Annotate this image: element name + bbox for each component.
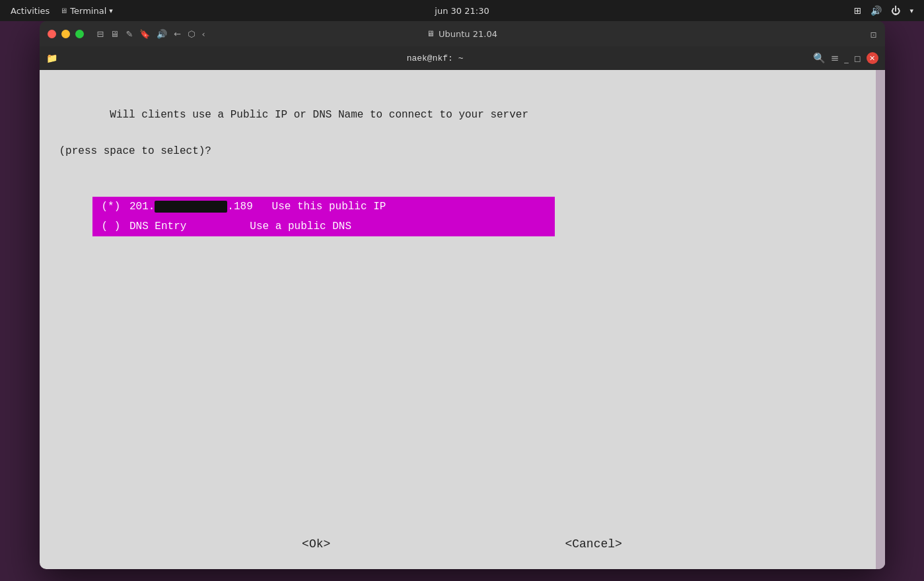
volume-icon: 🔊 (871, 5, 882, 16)
terminal-icon: 🖥 (110, 29, 119, 39)
option1-spaces (253, 201, 272, 213)
tab-folder-icon: 📁 (46, 53, 57, 63)
terminal-buttons-row: <Ok> <Cancel> (40, 537, 885, 551)
question-text: Will clients use a Public IP or DNS Name… (59, 88, 859, 178)
search-icon[interactable]: 🔍 (813, 52, 826, 64)
split-h-icon[interactable]: ⊟ (97, 29, 104, 39)
maximize-window-button[interactable] (75, 30, 84, 38)
minimize-icon[interactable]: _ (844, 53, 849, 63)
option-dns[interactable]: ( ) DNS Entry Use a public DNS (92, 217, 555, 236)
nav-back-icon[interactable]: ‹ (202, 29, 205, 39)
cancel-button[interactable]: <Cancel> (565, 537, 622, 551)
option2-radio: ( ) (102, 221, 121, 232)
restore-icon[interactable]: ◻ (854, 53, 861, 63)
expand-icon: ⊡ (870, 30, 876, 40)
option1-radio: (*) (102, 201, 121, 213)
terminal-tab-title: naek@nkf: ~ (64, 53, 806, 63)
option2-name: DNS Entry (129, 221, 186, 232)
forward-icon[interactable]: ⬡ (188, 29, 195, 39)
titlebar-os-icon: 🖥 (427, 29, 435, 38)
option2-padding (186, 221, 250, 232)
redacted-ip (155, 201, 227, 213)
power-icon: ⏻ (891, 5, 900, 16)
option2-space (123, 221, 129, 232)
close-window-button[interactable] (48, 30, 56, 38)
option2-label: Use a public DNS (250, 221, 351, 232)
option1-ip-prefix: 201. (129, 201, 155, 213)
bookmark-icon[interactable]: 🔖 (139, 29, 150, 39)
option1-ip-suffix: .189 (227, 201, 252, 213)
ok-button[interactable]: <Ok> (302, 537, 330, 551)
network-icon: ⊞ (854, 5, 862, 16)
titlebar-title-text: Ubuntu 21.04 (439, 29, 497, 39)
volume-tb-icon[interactable]: 🔊 (157, 29, 167, 39)
close-tab-button[interactable]: ✕ (867, 52, 878, 64)
option1-label: Use this public IP (272, 201, 386, 213)
minimize-window-button[interactable] (61, 30, 70, 38)
option1-space (123, 201, 129, 213)
scrollbar[interactable] (876, 70, 885, 569)
system-datetime: jun 30 21:30 (435, 6, 489, 16)
chevron-down-icon: ▾ (909, 7, 913, 15)
edit-icon[interactable]: ✎ (125, 29, 133, 39)
option-public-ip[interactable]: (*) 201. .189 Use this public IP (92, 197, 555, 217)
back-icon[interactable]: ← (174, 29, 181, 39)
menu-icon[interactable]: ≡ (831, 52, 839, 64)
terminal-menu[interactable]: 🖥 Terminal ▾ (60, 6, 112, 16)
selection-list: (*) 201. .189 Use this public IP ( ) DNS… (92, 197, 555, 236)
activities-label[interactable]: Activities (11, 6, 50, 16)
